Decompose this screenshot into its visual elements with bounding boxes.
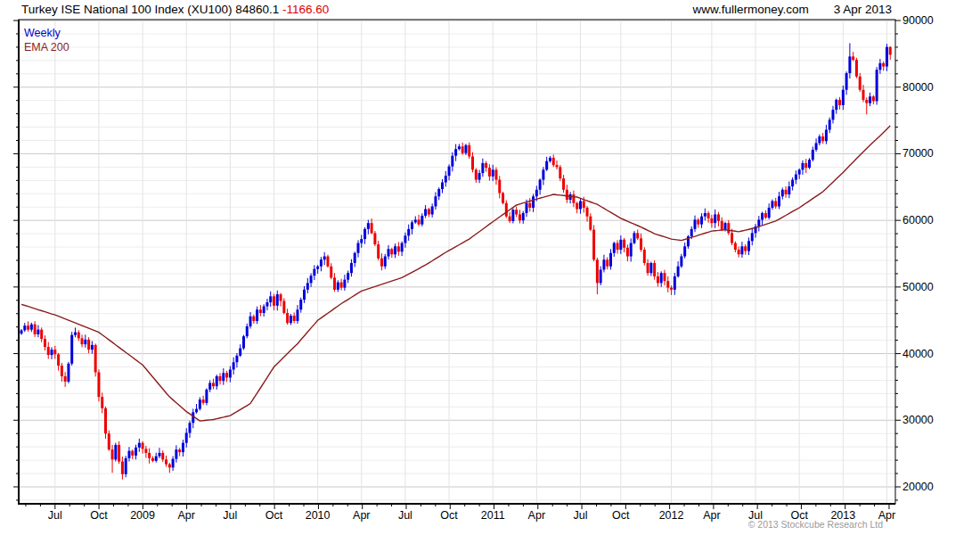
candle-up [812, 150, 814, 160]
candle-up [445, 176, 447, 182]
candle-up [138, 443, 141, 448]
chart-legend: Weekly EMA 200 [24, 26, 69, 54]
candle-up [407, 229, 410, 235]
candle-up [694, 219, 697, 228]
candle-up [172, 459, 175, 468]
candle-down [81, 338, 84, 344]
candle-up [421, 216, 423, 225]
candle-up [781, 190, 784, 196]
candle-up [360, 239, 363, 243]
y-axis-labels: 2000030000400005000060000700008000090000 [902, 14, 934, 493]
candle-down [838, 100, 841, 105]
candle-down [519, 214, 521, 220]
y-tick-label: 30000 [902, 414, 934, 426]
candle-up [70, 335, 73, 364]
candle-up [316, 267, 319, 269]
candle-up [431, 206, 434, 214]
candle-down [142, 443, 144, 449]
candle-down [721, 221, 723, 230]
candle-up [549, 158, 551, 161]
candle-up [539, 180, 542, 190]
candle-down [498, 180, 501, 193]
candle-down [717, 214, 720, 220]
candle-down [647, 263, 649, 273]
candle-up [609, 253, 612, 267]
candle-up [602, 259, 605, 269]
candle-up [347, 273, 349, 279]
candle-up [714, 214, 716, 223]
candle-up [492, 169, 494, 176]
candle-down [882, 63, 885, 67]
candle-down [559, 167, 561, 178]
candle-up [808, 160, 811, 168]
candle-down [475, 169, 478, 179]
candle-up [633, 233, 635, 243]
candle-up [135, 448, 137, 456]
candle-down [252, 317, 255, 321]
candle-up [677, 267, 680, 276]
candle-down [727, 223, 730, 233]
candle-up [310, 276, 313, 283]
candle-down [556, 165, 559, 167]
candle-up [388, 249, 390, 256]
candle-up [747, 241, 750, 251]
y-tick-label: 80000 [902, 81, 934, 94]
candle-up [37, 330, 39, 334]
candle-up [778, 196, 780, 206]
candle-up [619, 240, 622, 250]
candle-up [771, 201, 773, 207]
candle-down [219, 376, 222, 381]
candle-up [886, 47, 888, 67]
candle-down [94, 345, 97, 373]
candle-up [869, 96, 871, 103]
candle-up [354, 253, 356, 263]
grid-vertical [55, 20, 887, 504]
candle-up [526, 203, 528, 213]
candle-up [222, 373, 225, 381]
candle-down [562, 178, 565, 190]
candle-down [666, 281, 669, 287]
candle-down [373, 233, 376, 244]
candle-up [313, 269, 315, 276]
y-tick-label: 50000 [902, 281, 934, 293]
candle-down [626, 248, 629, 257]
candle-down [576, 203, 578, 210]
candle-down [282, 301, 285, 313]
candle-up [239, 349, 241, 356]
candle-down [663, 273, 666, 281]
candle-up [208, 383, 211, 389]
candle-up [740, 246, 743, 254]
candle-down [212, 383, 215, 386]
candle-down [734, 243, 737, 250]
candle-up [269, 296, 272, 302]
candle-down [121, 462, 124, 474]
candle-up [704, 213, 706, 217]
candle-up [768, 208, 771, 218]
candle-down [566, 190, 568, 200]
candle-up [690, 229, 693, 236]
legend-weekly-label: Weekly [24, 26, 69, 40]
candle-up [67, 364, 69, 382]
candle-up [114, 445, 117, 459]
candle-up [384, 257, 387, 267]
candle-down [225, 373, 228, 377]
candle-up [256, 309, 258, 321]
candle-up [303, 290, 306, 300]
candle-up [276, 294, 279, 306]
y-tick-label: 60000 [902, 214, 934, 226]
candle-down [707, 213, 710, 218]
candle-up [182, 443, 184, 452]
candle-down [57, 354, 60, 366]
candle-up [290, 316, 292, 323]
candle-down [855, 60, 858, 77]
candle-up [579, 201, 582, 209]
candle-up [394, 246, 396, 254]
candle-up [448, 167, 451, 176]
candle-up [542, 169, 544, 179]
candle-down [27, 325, 29, 329]
candle-up [299, 300, 302, 309]
candle-up [199, 399, 201, 408]
candle-up [51, 350, 53, 355]
candle-down [144, 449, 147, 452]
candle-down [583, 201, 585, 207]
